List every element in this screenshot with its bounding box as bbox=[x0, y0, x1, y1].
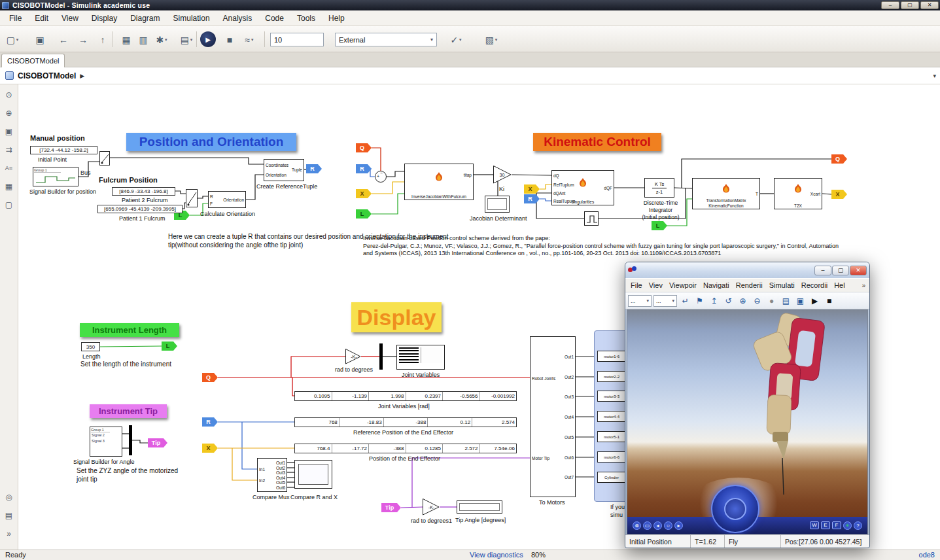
viewer-menu-viewpoir[interactable]: Viewpoir bbox=[666, 280, 700, 290]
signal-builder-angle[interactable]: Group 1Signal 2Signal 3 bbox=[90, 427, 122, 457]
close-button[interactable]: ✕ bbox=[920, 1, 939, 9]
wire[interactable] bbox=[242, 422, 257, 469]
mux-joint-variables[interactable] bbox=[379, 343, 383, 370]
viewer-menu-simulati[interactable]: Simulati bbox=[766, 280, 798, 290]
create-viewpoint-icon[interactable]: ⚑ bbox=[693, 294, 706, 307]
menu-tools[interactable]: Tools bbox=[290, 12, 322, 25]
navigation-wheel[interactable] bbox=[711, 485, 759, 533]
back-button[interactable]: ← bbox=[55, 31, 72, 48]
run-button[interactable]: ▶ bbox=[200, 31, 216, 47]
menu-edit[interactable]: Edit bbox=[28, 12, 55, 25]
menu-file[interactable]: File bbox=[3, 12, 28, 25]
rate-transition-block[interactable] bbox=[584, 211, 599, 226]
to-motors-block[interactable]: Robot JointsMotor TipOut1Out2Out3Out4Out… bbox=[530, 336, 576, 497]
fit-view-icon[interactable]: ▣ bbox=[3, 125, 16, 138]
render-mode-combo[interactable]: ...▾ bbox=[653, 295, 677, 307]
annotation-icon[interactable]: A≡ bbox=[3, 162, 16, 175]
constant-block[interactable]: 350 bbox=[81, 342, 100, 351]
discrete-integrator-block[interactable]: K Tsz-1 bbox=[644, 178, 674, 198]
viewer-menu-renderii[interactable]: Renderii bbox=[733, 280, 766, 290]
calculate-orientation-block[interactable]: RFOrientation bbox=[208, 191, 246, 208]
nav-panel-icon[interactable]: ▭ bbox=[643, 521, 652, 530]
motor-block[interactable]: motor6-6 bbox=[597, 451, 626, 463]
wire[interactable] bbox=[540, 184, 551, 189]
area-box-icon[interactable]: ▢ bbox=[3, 198, 16, 211]
rad-to-degrees-gain[interactable]: -K- bbox=[345, 349, 361, 364]
wire[interactable] bbox=[198, 196, 208, 198]
wire[interactable] bbox=[822, 194, 831, 194]
menu-display[interactable]: Display bbox=[85, 12, 124, 25]
joint-variables-display[interactable] bbox=[396, 345, 445, 370]
nav-right-icon[interactable]: ▸ bbox=[674, 521, 683, 530]
wire[interactable] bbox=[512, 175, 551, 175]
viewer-titlebar[interactable]: – ▢ ✕ bbox=[625, 262, 869, 278]
wire[interactable] bbox=[370, 169, 375, 177]
wire[interactable] bbox=[110, 158, 264, 164]
wire[interactable] bbox=[372, 182, 404, 194]
deploy-button[interactable]: ▧▾ bbox=[483, 31, 500, 48]
zoom-in-icon[interactable]: ⊕ bbox=[737, 294, 749, 307]
constant-block[interactable]: [846.9 -33.43 -196.8] bbox=[112, 187, 175, 196]
ki-gain[interactable]: 30 bbox=[493, 166, 512, 184]
model-browser-button[interactable]: ▥ bbox=[135, 31, 152, 48]
menu-overflow-icon[interactable]: » bbox=[862, 282, 867, 289]
hud-f-button[interactable]: F bbox=[832, 521, 841, 529]
motor-block[interactable]: motor1-6 bbox=[597, 351, 626, 362]
menu-view[interactable]: View bbox=[55, 12, 85, 25]
signal-tag-tip[interactable]: Tip bbox=[381, 503, 401, 512]
sum-junction[interactable]: +− bbox=[375, 171, 387, 183]
copy-view-icon[interactable]: ▤ bbox=[3, 509, 16, 522]
status-solver[interactable]: ode8 bbox=[919, 551, 935, 559]
validate-button[interactable]: ✓▾ bbox=[447, 31, 464, 48]
menu-analysis[interactable]: Analysis bbox=[217, 12, 259, 25]
tab-cisobotmodel[interactable]: CISOBOTModel bbox=[1, 54, 65, 67]
simulation-display-button[interactable]: ≈▾ bbox=[241, 31, 258, 48]
navigation-wheel-hub[interactable] bbox=[724, 498, 746, 520]
motor-block[interactable]: motor5-1 bbox=[597, 431, 626, 442]
hud-help-icon[interactable]: ? bbox=[854, 521, 862, 530]
wire[interactable] bbox=[232, 448, 257, 480]
motor-block[interactable]: motor2-2 bbox=[597, 371, 626, 382]
viewer-menu-navigati[interactable]: Navigati bbox=[700, 280, 733, 290]
wire[interactable] bbox=[372, 148, 381, 171]
constant-block[interactable]: [655.0969 -45.4139 -209.3995] bbox=[97, 205, 183, 213]
hud-ortho-icon[interactable]: ✳ bbox=[843, 521, 852, 530]
wire[interactable] bbox=[540, 199, 551, 201]
straighten-up-icon[interactable]: ↥ bbox=[708, 294, 720, 307]
breadcrumb[interactable]: CISOBOTModel bbox=[18, 71, 76, 80]
restore-button[interactable]: ▢ bbox=[901, 1, 919, 9]
menu-help[interactable]: Help bbox=[322, 12, 351, 25]
zoom-icon[interactable]: ⊕ bbox=[3, 107, 16, 120]
viewmarks-icon[interactable]: ◎ bbox=[3, 491, 16, 504]
viewpoint-combo[interactable]: ...▾ bbox=[628, 295, 652, 307]
hud-w-button[interactable]: W bbox=[810, 521, 819, 529]
capture-frame-icon[interactable]: ▤ bbox=[780, 294, 792, 307]
save-button[interactable]: ▣ bbox=[31, 31, 48, 48]
sim-mode-select[interactable]: External ▾ bbox=[335, 33, 437, 46]
wire[interactable] bbox=[372, 194, 404, 214]
toggle-browser-icon[interactable]: ⊙ bbox=[3, 88, 16, 101]
rad-to-degrees1-gain[interactable]: -K- bbox=[423, 499, 440, 516]
snapshot-icon[interactable]: ▣ bbox=[794, 294, 807, 307]
transformation-matrix-block[interactable]: TTransformationMatrixKinematicFunction bbox=[692, 178, 760, 209]
nav-close-icon[interactable]: ⊗ bbox=[633, 521, 641, 530]
image-icon[interactable]: ▦ bbox=[3, 180, 16, 193]
end-effector-position-row[interactable]: 768.4-17.72-3880.12852.5727.54e-06 bbox=[294, 444, 517, 453]
viewer-viewport[interactable]: ⊗▭◂○▸ WEF✳? bbox=[627, 309, 868, 534]
stop-icon[interactable]: ■ bbox=[823, 294, 835, 307]
3d-viewer-window[interactable]: – ▢ ✕ FileVievViewpoirNavigatiRenderiiSi… bbox=[625, 262, 870, 548]
manual-switch-1[interactable] bbox=[99, 151, 110, 166]
wire[interactable] bbox=[100, 346, 162, 347]
grid-table-button[interactable]: ▤▾ bbox=[178, 31, 195, 48]
nav-center-icon[interactable]: ○ bbox=[664, 521, 672, 530]
viewer-close-button[interactable]: ✕ bbox=[850, 266, 867, 275]
view-diagnostics-link[interactable]: View diagnostics bbox=[470, 551, 523, 559]
new-model-button[interactable]: ▢▾ bbox=[4, 31, 21, 48]
motor-block[interactable]: motor3-3 bbox=[597, 391, 626, 402]
settings-button[interactable]: ✱▾ bbox=[153, 31, 170, 48]
t2x-block[interactable]: XcartT2X bbox=[774, 178, 822, 209]
address-dropdown-icon[interactable]: ▾ bbox=[933, 73, 936, 79]
motor-block[interactable]: Cylinder bbox=[597, 472, 626, 483]
forward-button[interactable]: → bbox=[75, 31, 92, 48]
mux-tip-angle[interactable] bbox=[129, 425, 132, 455]
